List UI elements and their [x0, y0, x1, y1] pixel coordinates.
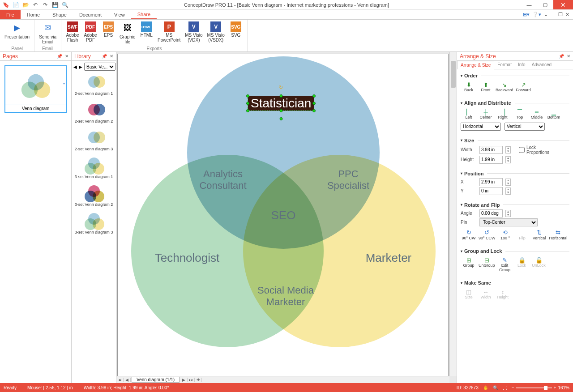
send-email-button[interactable]: ✉ Send via Email [37, 21, 58, 46]
page-menu-icon[interactable]: ▾ [63, 81, 65, 85]
help-icon[interactable]: ❔▾ [532, 12, 541, 17]
resize-handle[interactable] [246, 109, 249, 112]
zoom-knob[interactable] [544, 386, 547, 390]
subtab-advanced[interactable]: Advanced [529, 61, 555, 69]
export-vdx-button[interactable]: VMS Visio (VDX) [183, 21, 204, 46]
tab-document[interactable]: Document [73, 10, 108, 19]
flip-v-button[interactable]: ⇅Vertical [531, 228, 547, 241]
tab-first-icon[interactable]: ⏮ [116, 378, 124, 382]
width-spinner[interactable]: ▲▼ [505, 146, 511, 153]
export-svg-button[interactable]: SVGSVG [227, 21, 244, 46]
rotate-180-button[interactable]: ⟲180 ° [497, 228, 513, 241]
tab-next-icon[interactable]: ▶ [180, 378, 188, 382]
section-size[interactable]: Size [461, 138, 569, 143]
resize-handle[interactable] [246, 102, 249, 105]
new-icon[interactable]: 📄 [13, 2, 19, 8]
section-make-same[interactable]: Make Same [461, 280, 569, 285]
close-child-icon[interactable]: ✕ [565, 12, 569, 17]
library-item[interactable]: 3-set Venn diagram 1 [72, 156, 116, 183]
resize-handle[interactable] [279, 117, 282, 120]
library-item[interactable]: 2-set Venn diagram 3 [72, 128, 116, 156]
tab-prev-icon[interactable]: ◀ [124, 378, 131, 382]
section-group[interactable]: Group and Lock [461, 248, 569, 254]
undo-icon[interactable]: ↶ [32, 2, 38, 8]
tab-shape[interactable]: Shape [46, 10, 73, 19]
collapse-ribbon-icon[interactable]: ⌄ [544, 12, 548, 17]
vertical-scrollbar[interactable] [449, 52, 457, 376]
height-input[interactable] [479, 156, 503, 164]
library-item[interactable]: 3-set Venn diagram 2 [72, 183, 116, 211]
pin-icon[interactable]: 📌 [102, 54, 107, 59]
label-ppc[interactable]: PPC Specialist [317, 168, 380, 192]
angle-spinner[interactable]: ▲▼ [505, 210, 511, 217]
canvas-viewport[interactable]: ↻ Statistician Analytics Consultant PPC [116, 52, 449, 376]
export-pdf-button[interactable]: PDFAdobe PDF [82, 21, 99, 46]
zoom-slider[interactable] [516, 387, 552, 388]
tab-home[interactable]: Home [21, 10, 46, 19]
tab-view[interactable]: View [108, 10, 131, 19]
zoom-out-icon[interactable]: − [512, 385, 514, 390]
lock-button[interactable]: 🔒Lock [514, 256, 530, 273]
library-item[interactable]: 2-set Venn diagram 1 [72, 72, 116, 100]
maximize-button[interactable]: ▢ [537, 0, 553, 9]
restore-child-icon[interactable]: ❐ [558, 12, 563, 17]
x-spinner[interactable]: ▲▼ [505, 179, 511, 186]
align-middle-button[interactable]: ━Middle [529, 107, 545, 120]
panels-icon[interactable]: ⊞▾ [523, 12, 530, 17]
tab-share[interactable]: Share [131, 10, 157, 19]
selected-text-statistician[interactable]: ↻ Statistician [248, 96, 314, 111]
library-item[interactable]: 2-set Venn diagram 2 [72, 100, 116, 128]
export-ppt-button[interactable]: PMS PowerPoint [156, 21, 182, 46]
close-button[interactable]: ✕ [553, 0, 573, 9]
resize-handle[interactable] [279, 109, 282, 112]
close-panel-icon[interactable]: ✕ [65, 54, 68, 59]
save-icon[interactable]: 💾 [52, 2, 58, 8]
tab-add-icon[interactable]: ✚ [195, 378, 202, 382]
resize-handle[interactable] [279, 94, 282, 98]
pin-icon[interactable]: 📌 [559, 54, 564, 59]
library-item[interactable]: 3-set Venn diagram 3 [72, 211, 116, 239]
lib-next-icon[interactable]: ▶ [79, 64, 82, 69]
align-left-button[interactable]: ▏Left [461, 107, 477, 120]
export-flash-button[interactable]: SWFAdobe Flash [64, 21, 81, 46]
align-bottom-button[interactable]: ▁Bottom [546, 107, 562, 120]
ungroup-button[interactable]: ⊟UnGroup [478, 256, 496, 273]
label-social[interactable]: Social Media Marketer [245, 285, 326, 308]
scrollbar-thumb[interactable] [451, 61, 456, 88]
rotate-cw-button[interactable]: ↻90° CW [461, 228, 477, 241]
export-vsdx-button[interactable]: VMS Visio (VSDX) [205, 21, 227, 46]
page-thumbnail[interactable]: ▾ Venn diagram [4, 65, 67, 113]
same-size-button[interactable]: ◫Size [461, 287, 477, 300]
flip-h-button[interactable]: ⇆Horizontal [548, 228, 569, 241]
export-eps-button[interactable]: EPSEPS [100, 21, 117, 46]
zoom-value[interactable]: 161% [558, 385, 569, 390]
section-rotate[interactable]: Rotate and Flip [461, 202, 569, 208]
label-seo[interactable]: SEO [261, 209, 306, 222]
section-align[interactable]: Align and Distribute [461, 100, 569, 106]
presentation-button[interactable]: ▶ Presentation [3, 21, 31, 46]
export-html-button[interactable]: HTMLHTML [138, 21, 155, 46]
drawing-page[interactable]: ↻ Statistician Analytics Consultant PPC [117, 54, 449, 376]
y-input[interactable] [479, 187, 503, 195]
same-height-button[interactable]: ↕Height [495, 287, 511, 300]
height-spinner[interactable]: ▲▼ [505, 156, 511, 163]
y-spinner[interactable]: ▲▼ [505, 187, 511, 195]
close-panel-icon[interactable]: ✕ [110, 54, 113, 59]
fit-page-icon[interactable]: ⛶ [503, 385, 507, 390]
subtab-info[interactable]: Info [515, 61, 529, 69]
redo-icon[interactable]: ↷ [42, 2, 48, 8]
order-backward-button[interactable]: ↘Backward [495, 80, 514, 93]
pan-icon[interactable]: ✋ [483, 385, 488, 390]
close-panel-icon[interactable]: ✕ [567, 54, 570, 59]
pin-select[interactable]: Top-Center [479, 218, 538, 226]
minimize-child-icon[interactable]: — [551, 12, 556, 17]
order-forward-button[interactable]: ↗Forward [515, 80, 532, 93]
tab-file[interactable]: File [0, 10, 21, 19]
lock-proportions-checkbox[interactable] [519, 146, 525, 154]
same-width-button[interactable]: ↔Width [478, 287, 494, 300]
rotate-handle-icon[interactable]: ↻ [279, 85, 283, 89]
page-tab[interactable]: Venn diagram (1/1) [132, 377, 180, 383]
export-graphic-button[interactable]: 🖼Graphic file [118, 21, 137, 46]
tab-last-icon[interactable]: ⏭ [188, 378, 195, 382]
x-input[interactable] [479, 178, 503, 186]
